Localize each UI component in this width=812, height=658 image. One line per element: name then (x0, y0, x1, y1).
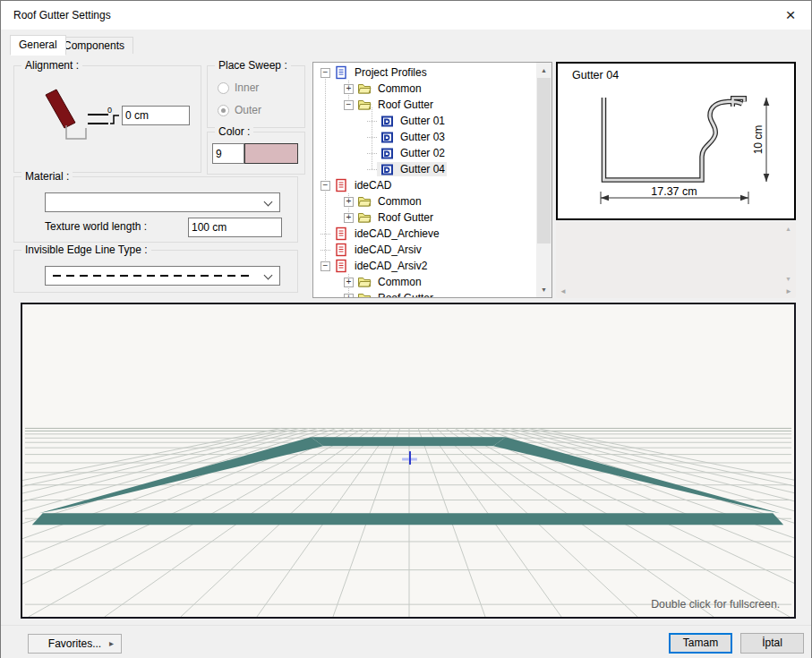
tree-scrollbar[interactable]: ▲ ▼ (536, 63, 551, 297)
alignment-offset-input[interactable] (122, 106, 190, 125)
tree-item-label: ideCAD_Archieve (353, 226, 441, 241)
favorites-label: Favorites... (48, 637, 101, 650)
expand-plus-icon[interactable]: + (344, 278, 354, 287)
tree-item-label: Project Profiles (353, 65, 429, 80)
radio-outer[interactable]: Outer (218, 104, 261, 116)
favorites-button[interactable]: Favorites... ▸ (28, 634, 122, 654)
tree-item-body: Project Profiles (330, 65, 429, 80)
tree-item-body: ideCAD_Archieve (330, 226, 441, 241)
tree-leaf-stub (367, 121, 377, 122)
dashed-line-sample (53, 275, 252, 277)
tree-item-body: Common (354, 275, 423, 289)
arrow-right (740, 195, 748, 201)
roof-slope-icon (46, 90, 75, 128)
tree-item-label: Roof Gutter (376, 210, 435, 225)
dim-height-label: 10 cm (752, 125, 765, 155)
expand-plus-icon[interactable]: + (344, 84, 354, 94)
tree-item[interactable]: Gutter 03 (313, 129, 536, 145)
tree-item[interactable]: Gutter 02 (313, 145, 536, 161)
color-index-input[interactable] (212, 143, 244, 164)
tree-item[interactable]: +Common (313, 193, 536, 209)
scrollbar-thumb[interactable] (537, 78, 551, 244)
tree-item[interactable]: +Common (313, 81, 536, 97)
tab-general[interactable]: General (10, 35, 66, 56)
tab-strip: General Components (1, 30, 811, 55)
folder-icon (357, 210, 372, 225)
material-group-title: Material : (21, 170, 73, 183)
tree-item[interactable]: +Roof Gutter (313, 209, 536, 226)
3d-viewport[interactable]: Double click for fullscreen. (21, 303, 796, 619)
tab-components[interactable]: Components (55, 37, 133, 54)
tree-item[interactable]: −Project Profiles (313, 64, 536, 81)
preview-title: Gutter 04 (572, 69, 619, 81)
tree-item-body: Common (354, 81, 423, 96)
tree-item-body: Roof Gutter (354, 291, 435, 298)
tree-item-body: ideCAD (330, 178, 393, 192)
scroll-right-icon[interactable]: ► (783, 286, 794, 297)
dialog-window: Roof Gutter Settings × General Component… (0, 0, 812, 658)
collapse-minus-icon[interactable]: − (344, 100, 354, 110)
tree-item[interactable]: +Roof Gutter (313, 290, 536, 298)
chevron-down-icon (264, 271, 273, 280)
viewport-scene: Double click for fullscreen. (22, 304, 794, 617)
alignment-group-title: Alignment : (21, 59, 82, 72)
collapse-minus-icon[interactable]: − (321, 261, 330, 271)
close-icon[interactable]: × (777, 3, 804, 28)
radio-outer-label: Outer (235, 104, 261, 116)
panel-horizontal-scrollbar[interactable]: ◄ ► (558, 286, 794, 297)
place-sweep-group: Place Sweep : (207, 65, 305, 128)
tree-item-label: Roof Gutter (376, 98, 435, 112)
tree-item-body: Common (354, 194, 423, 209)
folder-icon (357, 194, 372, 209)
tree-item-label: ideCAD (353, 178, 393, 192)
tree-item-label: Gutter 01 (398, 114, 447, 128)
tree-item-label: ideCAD_Arsiv2 (353, 259, 429, 273)
tree-item-label: Gutter 03 (398, 130, 447, 144)
radio-inner[interactable]: Inner (218, 81, 259, 94)
profile-tree[interactable]: −Project Profiles+Common−Roof GutterGutt… (312, 62, 552, 298)
color-swatch[interactable] (244, 143, 298, 164)
tree-item-label: Roof Gutter (376, 291, 435, 298)
line-type-combobox[interactable] (45, 266, 280, 286)
tree-item-label: Gutter 02 (398, 146, 447, 160)
tree-item-body: Gutter 01 (377, 114, 447, 128)
scroll-left-icon[interactable]: ◄ (558, 286, 568, 297)
collapse-minus-icon[interactable]: − (321, 68, 330, 78)
tree-item[interactable]: ideCAD_Archieve (313, 226, 536, 242)
texture-length-input[interactable] (188, 218, 282, 237)
expand-plus-icon[interactable]: + (344, 294, 354, 299)
tree-item-label: Common (376, 275, 423, 289)
texture-length-label: Texture world length : (45, 220, 147, 233)
gutter-profile-outline (604, 98, 743, 180)
tree-item[interactable]: Gutter 04 (313, 161, 536, 177)
tree-item[interactable]: −Roof Gutter (313, 97, 536, 113)
tree-item-body: Roof Gutter (354, 98, 435, 112)
scroll-up-icon[interactable]: ▲ (782, 224, 794, 235)
document-red-icon (334, 178, 348, 192)
ok-button[interactable]: Tamam (669, 633, 732, 654)
collapse-minus-icon[interactable]: − (321, 181, 330, 191)
scroll-up-icon[interactable]: ▲ (536, 63, 551, 78)
tree-item[interactable]: −ideCAD_Arsiv2 (313, 258, 536, 274)
alignment-zero-label: 0 (107, 106, 112, 115)
gutter-profile-icon (380, 115, 394, 128)
tree-leaf-stub (321, 234, 330, 235)
tree-item-body: Roof Gutter (354, 210, 435, 225)
scroll-down-icon[interactable]: ▼ (782, 274, 794, 285)
cancel-button[interactable]: İptal (740, 633, 804, 654)
fullscreen-hint: Double click for fullscreen. (651, 598, 780, 611)
tree-item[interactable]: ideCAD_Arsiv (313, 242, 536, 258)
tree-item[interactable]: +Common (313, 274, 536, 290)
tree-item-label: Gutter 04 (398, 162, 447, 176)
tree-item[interactable]: −ideCAD (313, 177, 536, 193)
material-combobox[interactable] (45, 192, 280, 212)
scroll-down-icon[interactable]: ▼ (536, 282, 551, 297)
arrow-down (764, 174, 770, 182)
dim-bracket (110, 115, 119, 124)
tree-item[interactable]: Gutter 01 (313, 113, 536, 129)
expand-plus-icon[interactable]: + (344, 213, 354, 223)
expand-plus-icon[interactable]: + (344, 197, 354, 207)
panel-vertical-scrollbar[interactable]: ▲ ▼ (782, 224, 794, 285)
chevron-down-icon (264, 198, 273, 207)
tree-item-label: Common (376, 194, 423, 209)
